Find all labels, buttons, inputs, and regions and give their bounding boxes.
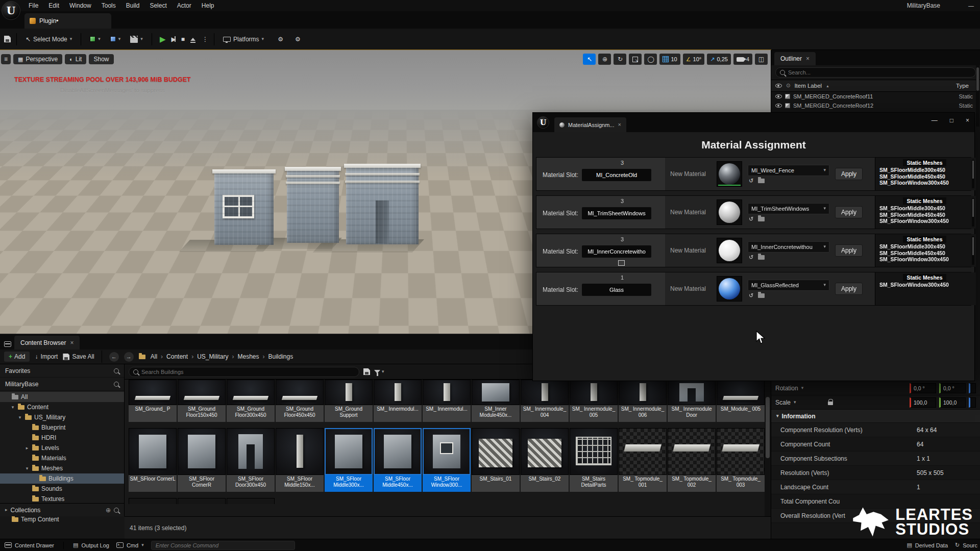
viewport-options-button[interactable]: ≡ xyxy=(1,54,11,64)
menu-tools[interactable]: Tools xyxy=(96,0,121,11)
lock-icon[interactable] xyxy=(828,402,833,405)
asset-tile[interactable]: SM_SFloor Door300x450 xyxy=(227,428,275,492)
material-thumbnail[interactable] xyxy=(717,238,742,263)
tab-plugin[interactable]: Plugin• xyxy=(24,13,111,29)
asset-tile[interactable]: SM_ Topmodule_ 002 xyxy=(668,428,716,492)
back-button[interactable] xyxy=(109,352,119,362)
play-button[interactable] xyxy=(160,35,166,43)
asset-tile[interactable]: SM_ Innermodul... xyxy=(374,380,422,422)
asset-tile-selected[interactable]: SM_SFloor Window300... xyxy=(423,428,471,492)
camera-speed-control[interactable]: 4 xyxy=(733,54,752,65)
asset-tile[interactable] xyxy=(178,498,226,504)
column-item-label[interactable]: Item Label xyxy=(794,83,822,89)
menu-select[interactable]: Select xyxy=(144,0,172,11)
close-icon[interactable] xyxy=(806,56,810,62)
asset-tile[interactable]: SM_Ground Floor150x450 xyxy=(178,380,226,422)
outliner-scrollbar[interactable] xyxy=(976,65,979,127)
material-thumbnail[interactable] xyxy=(717,199,742,225)
asset-grid-scrollbar[interactable] xyxy=(765,380,771,516)
visibility-icon[interactable] xyxy=(775,104,782,108)
search-icon[interactable] xyxy=(114,368,119,373)
breadcrumb-meshes[interactable]: Meshes xyxy=(237,353,259,360)
maximize-viewport-button[interactable] xyxy=(755,54,768,65)
sidebar-item-hdri[interactable]: HDRI xyxy=(0,433,124,443)
move-tool-button[interactable] xyxy=(598,54,611,65)
import-button[interactable]: Import xyxy=(35,353,58,360)
grid-snap-value[interactable]: 10 xyxy=(671,56,677,62)
sidebar-item-meshes[interactable]: ▾Meshes xyxy=(0,463,124,473)
asset-tile[interactable] xyxy=(129,498,177,504)
angle-snap-value[interactable]: 10° xyxy=(693,56,702,62)
rotation-snap-toggle[interactable]: 10° xyxy=(683,54,705,65)
rotation-z-field[interactable] xyxy=(969,383,976,393)
material-slot-name[interactable]: MI_InnerConcretewitho xyxy=(582,245,651,258)
use-selected-icon[interactable] xyxy=(749,178,753,184)
asset-search-input[interactable] xyxy=(129,367,359,377)
camera-speed-value[interactable]: 4 xyxy=(746,56,749,62)
minimize-icon[interactable] xyxy=(932,117,938,123)
asset-tile[interactable]: SM_ Innermodul... xyxy=(423,380,471,422)
outliner-search-input[interactable] xyxy=(775,67,976,78)
asset-tile-selected[interactable]: SM_SFloor Middle300x... xyxy=(325,428,373,492)
minimize-window-icon[interactable] xyxy=(968,3,974,9)
column-type[interactable]: Type xyxy=(956,83,969,89)
sidebar-item-content[interactable]: ▾Content xyxy=(0,402,124,412)
menu-file[interactable]: File xyxy=(23,0,43,11)
asset-tile[interactable]: SM_Ground_ P xyxy=(129,380,177,422)
content-drawer-button[interactable]: Content Drawer xyxy=(5,542,54,548)
visibility-icon[interactable] xyxy=(775,94,782,98)
asset-tile[interactable]: SM_Inner Module450x... xyxy=(472,380,520,422)
asset-tile[interactable]: SM_Stairs DetailParts xyxy=(570,428,618,492)
static-mesh-wall-left[interactable] xyxy=(214,172,274,245)
material-dropdown[interactable]: MI_InnerConcretewithou xyxy=(748,241,829,253)
outliner-row[interactable]: SM_MERGED_ConcreteRoof12 Static xyxy=(771,101,980,110)
sidebar-item-materials[interactable]: Materials xyxy=(0,453,124,463)
menu-build[interactable]: Build xyxy=(121,0,145,11)
asset-tile[interactable]: SM_Stairs_02 xyxy=(521,428,569,492)
menu-edit[interactable]: Edit xyxy=(43,0,64,11)
cmd-dropdown[interactable]: Cmd xyxy=(116,542,144,548)
material-slot-name[interactable]: Glass xyxy=(582,284,651,296)
material-dropdown[interactable]: MI_GlassReflected xyxy=(748,280,829,291)
asset-tile[interactable] xyxy=(227,498,275,504)
scale-x-field[interactable]: 100,0 xyxy=(910,397,936,408)
apply-button[interactable]: Apply xyxy=(835,206,863,218)
mesh-list-scrollbar[interactable] xyxy=(972,236,974,265)
filter-dropdown[interactable] xyxy=(374,369,384,374)
tab-outliner[interactable]: Outliner xyxy=(774,52,816,65)
scale-y-field[interactable]: 100,0 xyxy=(939,397,966,408)
material-thumbnail[interactable] xyxy=(717,276,742,302)
material-slot-name[interactable]: MI_TrimSheetWindows xyxy=(582,207,651,219)
scale-tool-button[interactable] xyxy=(629,54,642,65)
sidebar-item-textures[interactable]: Textures xyxy=(0,494,124,504)
mesh-list-scrollbar[interactable] xyxy=(972,198,974,227)
save-search-icon[interactable] xyxy=(363,368,370,375)
use-selected-icon[interactable] xyxy=(749,255,753,260)
browse-icon[interactable] xyxy=(758,255,765,260)
material-slot-name[interactable]: MI_ConcreteOld xyxy=(582,169,651,181)
close-window-icon[interactable] xyxy=(966,117,969,123)
sidebar-item-us-military[interactable]: ▾US_Military xyxy=(0,412,124,422)
material-dropdown[interactable]: MI_Wired_Fence xyxy=(748,165,829,176)
breadcrumb-content[interactable]: Content xyxy=(166,353,188,360)
browse-icon[interactable] xyxy=(758,179,765,183)
dialog-tab[interactable]: MaterialAssignm... xyxy=(554,117,626,132)
favorites-header[interactable]: Favorites xyxy=(0,364,124,378)
project-header[interactable]: MilitaryBase xyxy=(0,378,124,391)
mesh-list-scrollbar[interactable] xyxy=(972,160,974,188)
breadcrumb-all[interactable]: All xyxy=(151,353,157,360)
close-icon[interactable] xyxy=(70,340,74,346)
asset-tile-selected[interactable]: SM_SFloor Middle450x... xyxy=(374,428,422,492)
asset-tile[interactable]: SM_Stairs_01 xyxy=(472,428,520,492)
breadcrumb-buildings[interactable]: Buildings xyxy=(268,353,293,360)
pin-icon[interactable] xyxy=(786,83,790,88)
settings-icon[interactable] xyxy=(278,36,283,42)
rotation-label[interactable]: Rotation xyxy=(775,385,798,392)
eye-icon[interactable] xyxy=(775,84,782,88)
asset-tile[interactable]: SM_ Innermodule_ 006 xyxy=(619,380,667,422)
rotation-y-field[interactable]: 0,0 ° xyxy=(939,383,966,393)
browse-icon[interactable] xyxy=(758,217,765,221)
asset-tile[interactable]: SM_ Topmodule_ 003 xyxy=(717,428,765,492)
rotation-x-field[interactable]: 0,0 ° xyxy=(910,383,936,393)
menu-actor[interactable]: Actor xyxy=(172,0,197,11)
